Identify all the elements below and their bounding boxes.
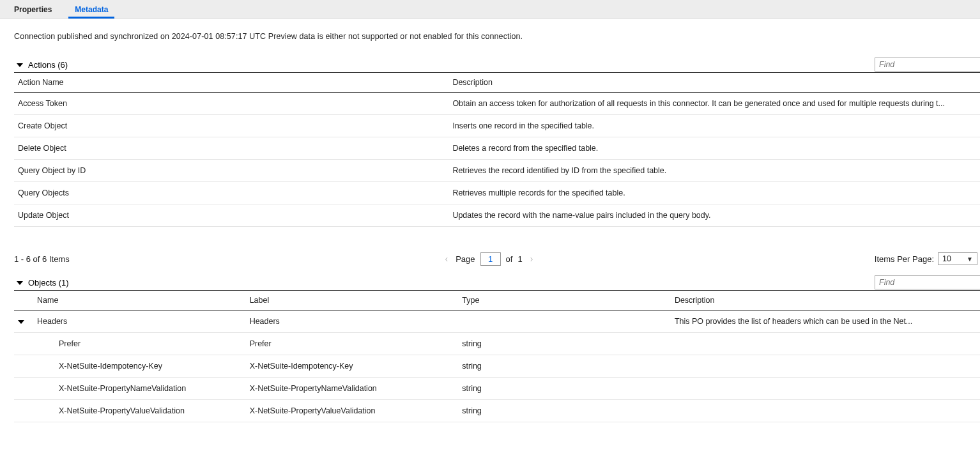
table-row[interactable]: Delete Object Deletes a record from the … xyxy=(14,137,980,160)
tab-properties[interactable]: Properties xyxy=(8,1,58,19)
cell-type: string xyxy=(458,333,671,355)
status-text: Connection published and synchronized on… xyxy=(14,32,966,41)
col-description[interactable]: Description xyxy=(671,291,980,311)
cell-action-name: Access Token xyxy=(14,93,448,115)
chevron-down-icon: ▼ xyxy=(967,256,973,263)
table-row[interactable]: Prefer Prefer string xyxy=(14,333,980,355)
cell-action-name: Update Object xyxy=(14,204,448,227)
cell-action-description: Deletes a record from the specified tabl… xyxy=(448,137,980,160)
cell-action-description: Retrieves the record identified by ID fr… xyxy=(448,160,980,182)
objects-section-title: Objects (1) xyxy=(28,278,69,288)
col-label[interactable]: Label xyxy=(246,291,459,311)
cell-name: X-NetSuite-PropertyValueValidation xyxy=(33,400,246,422)
pager-of-label: of xyxy=(506,254,513,264)
col-type[interactable]: Type xyxy=(458,291,671,311)
cell-label: Headers xyxy=(246,311,459,333)
col-expand xyxy=(14,291,33,311)
cell-label: X-NetSuite-PropertyNameValidation xyxy=(246,378,459,400)
ipp-select[interactable]: 10 ▼ xyxy=(938,252,977,265)
caret-down-icon[interactable] xyxy=(18,320,24,324)
pager-total-pages: 1 xyxy=(517,254,522,264)
actions-table: Action Name Description Access Token Obt… xyxy=(14,72,980,227)
table-row[interactable]: Create Object Inserts one record in the … xyxy=(14,115,980,137)
cell-name: X-NetSuite-Idempotency-Key xyxy=(33,355,246,378)
cell-description: This PO provides the list of headers whi… xyxy=(671,311,980,333)
caret-down-icon[interactable] xyxy=(17,281,23,285)
cell-name: Prefer xyxy=(33,333,246,355)
cell-action-name: Query Object by ID xyxy=(14,160,448,182)
cell-type: string xyxy=(458,400,671,422)
pager-summary: 1 - 6 of 6 Items xyxy=(14,254,70,264)
cell-name: Headers xyxy=(33,311,246,333)
col-name[interactable]: Name xyxy=(33,291,246,311)
table-row[interactable]: X-NetSuite-PropertyValueValidation X-Net… xyxy=(14,400,980,422)
cell-label: X-NetSuite-PropertyValueValidation xyxy=(246,400,459,422)
cell-action-description: Retrieves multiple records for the speci… xyxy=(448,182,980,204)
cell-type: string xyxy=(458,378,671,400)
cell-action-description: Obtain an access token for authorization… xyxy=(448,93,980,115)
actions-pager: 1 - 6 of 6 Items ‹ Page of 1 › Items Per… xyxy=(14,252,966,265)
table-row[interactable]: Query Object by ID Retrieves the record … xyxy=(14,160,980,182)
ipp-value: 10 xyxy=(942,254,951,263)
cell-action-name: Delete Object xyxy=(14,137,448,160)
pager-next-icon[interactable]: › xyxy=(528,254,536,264)
cell-action-description: Updates the record with the name-value p… xyxy=(448,204,980,227)
cell-type: string xyxy=(458,355,671,378)
table-row[interactable]: Headers Headers This PO provides the lis… xyxy=(14,311,980,333)
cell-action-name: Query Objects xyxy=(14,182,448,204)
tab-bar: Properties Metadata xyxy=(0,0,980,19)
pager-page-label: Page xyxy=(456,254,475,264)
cell-action-description: Inserts one record in the specified tabl… xyxy=(448,115,980,137)
objects-table: Name Label Type Description Headers Head… xyxy=(14,290,980,422)
pager-page-input[interactable] xyxy=(480,252,501,266)
find-objects-input[interactable] xyxy=(875,275,980,289)
caret-down-icon[interactable] xyxy=(17,63,23,67)
cell-description xyxy=(671,378,980,400)
table-row[interactable]: X-NetSuite-PropertyNameValidation X-NetS… xyxy=(14,378,980,400)
cell-label: Prefer xyxy=(246,333,459,355)
table-row[interactable]: Query Objects Retrieves multiple records… xyxy=(14,182,980,204)
col-action-name[interactable]: Action Name xyxy=(14,73,448,93)
pager-prev-icon[interactable]: ‹ xyxy=(443,254,451,264)
cell-action-name: Create Object xyxy=(14,115,448,137)
ipp-label: Items Per Page: xyxy=(875,254,934,264)
actions-section-title: Actions (6) xyxy=(28,60,68,70)
cell-label: X-NetSuite-Idempotency-Key xyxy=(246,355,459,378)
cell-description xyxy=(671,333,980,355)
col-action-description[interactable]: Description xyxy=(448,73,980,93)
find-actions-input[interactable] xyxy=(875,58,980,72)
cell-name: X-NetSuite-PropertyNameValidation xyxy=(33,378,246,400)
cell-description xyxy=(671,355,980,378)
tab-metadata[interactable]: Metadata xyxy=(68,1,114,19)
cell-type xyxy=(458,311,671,333)
table-row[interactable]: Access Token Obtain an access token for … xyxy=(14,93,980,115)
table-row[interactable]: X-NetSuite-Idempotency-Key X-NetSuite-Id… xyxy=(14,355,980,378)
cell-description xyxy=(671,400,980,422)
table-row[interactable]: Update Object Updates the record with th… xyxy=(14,204,980,227)
